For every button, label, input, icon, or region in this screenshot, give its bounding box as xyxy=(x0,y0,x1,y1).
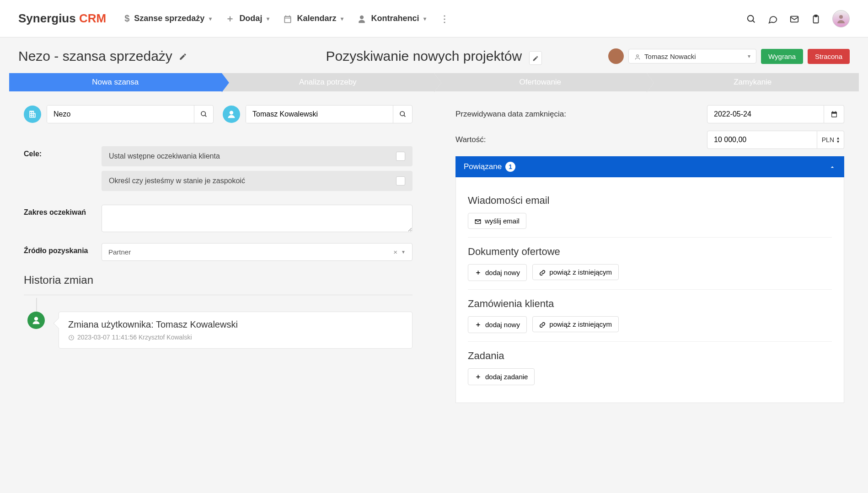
close-date-input-wrap xyxy=(707,105,844,123)
stage-analysis[interactable]: Analiza potrzeby xyxy=(222,73,434,91)
close-date-label: Przewidywana data zamknięcia: xyxy=(455,110,698,119)
owner-icon xyxy=(634,52,641,60)
plus-icon: ＋ xyxy=(475,372,482,381)
related-badge: 1 xyxy=(505,162,515,172)
svg-point-7 xyxy=(201,111,205,116)
process-title: Pozyskiwanie nowych projektów xyxy=(326,48,522,64)
owner-avatar xyxy=(608,48,624,64)
svg-point-12 xyxy=(34,317,38,321)
goal-text: Ustal wstępne oczekiwania klienta xyxy=(109,152,220,160)
offers-section-title: Dokumenty ofertowe xyxy=(468,246,832,258)
nav-more[interactable]: ⋮ xyxy=(440,12,449,25)
close-date-input[interactable] xyxy=(707,105,824,123)
page-header: Nezo - szansa sprzedaży Pozyskiwanie now… xyxy=(0,37,868,73)
lost-button[interactable]: Stracona xyxy=(808,49,850,64)
left-column: Cele: Ustal wstępne oczekiwania klienta … xyxy=(9,101,427,408)
scope-row: Zakres oczekiwań xyxy=(24,205,413,234)
nav-calendar[interactable]: Kalendarz ▾ xyxy=(283,12,343,25)
company-lookup xyxy=(24,105,214,123)
related-offers-section: Dokumenty ofertowe ＋ dodaj nowy powiąż z… xyxy=(468,238,832,290)
add-order-button[interactable]: ＋ dodaj nowy xyxy=(468,316,527,333)
history-card: Zmiana użytkownika: Tomasz Kowalewski 20… xyxy=(59,312,413,349)
scope-textarea[interactable] xyxy=(102,205,413,232)
won-button[interactable]: Wygrana xyxy=(761,49,803,64)
link-offer-label: powiąż z istniejącym xyxy=(549,268,612,276)
history-item: Zmiana użytkownika: Tomasz Kowalewski 20… xyxy=(24,312,413,349)
brand-name: Synergius xyxy=(18,11,76,25)
goal-checkbox[interactable] xyxy=(396,176,405,186)
add-task-button[interactable]: ＋ dodaj zadanie xyxy=(468,368,535,385)
chevron-down-icon: ▼ xyxy=(401,249,406,254)
stage-new[interactable]: Nowa szansa xyxy=(9,73,222,91)
svg-rect-4 xyxy=(814,15,817,17)
plus-icon: ＋ xyxy=(475,320,482,329)
add-offer-button[interactable]: ＋ dodaj nowy xyxy=(468,264,527,281)
nav-add-label: Dodaj xyxy=(239,14,262,23)
add-order-label: dodaj nowy xyxy=(485,321,520,329)
chat-icon[interactable] xyxy=(768,13,778,25)
svg-point-5 xyxy=(839,15,843,19)
tasks-section-title: Zadania xyxy=(468,350,832,362)
chevron-down-icon: ▾ xyxy=(423,16,426,22)
nav-add[interactable]: ＋ Dodaj ▾ xyxy=(225,12,269,25)
person-input[interactable] xyxy=(246,106,393,123)
link-order-button[interactable]: powiąż z istniejącym xyxy=(532,316,619,332)
edit-title-icon[interactable] xyxy=(179,52,187,61)
brand-suffix: CRM xyxy=(79,11,106,25)
logo: Synergius CRM xyxy=(18,11,106,26)
divider xyxy=(24,295,413,295)
related-orders-section: Zamówienia klienta ＋ dodaj nowy powiąż z… xyxy=(468,290,832,342)
history-meta: 2023-03-07 11:41:56 Krzysztof Kowalski xyxy=(68,334,403,341)
source-value: Partner xyxy=(108,248,131,256)
svg-line-1 xyxy=(753,20,755,22)
owner-select[interactable]: Tomasz Nowacki ▾ xyxy=(628,49,756,63)
goal-text: Określ czy jesteśmy w stanie je zaspokoi… xyxy=(109,177,245,185)
process-title-block: Pozyskiwanie nowych projektów xyxy=(299,48,570,64)
stage-bar: Nowa szansa Analiza potrzeby Ofertowanie… xyxy=(9,73,859,91)
currency-select[interactable]: PLN ▴▾ xyxy=(817,131,844,149)
nav-sales[interactable]: $ Szanse sprzedaży ▾ xyxy=(124,12,212,25)
person-icon xyxy=(223,106,240,123)
send-email-label: wyślij email xyxy=(485,217,520,225)
value-input[interactable] xyxy=(707,131,817,149)
chevron-up-icon[interactable] xyxy=(829,162,836,171)
currency-label: PLN xyxy=(822,136,834,143)
clear-icon[interactable]: × xyxy=(390,248,401,256)
opportunity-title-block: Nezo - szansa sprzedaży xyxy=(18,48,289,64)
link-offer-button[interactable]: powiąż z istniejącym xyxy=(532,264,619,280)
svg-line-8 xyxy=(205,115,206,117)
top-icons xyxy=(746,10,850,27)
send-email-button[interactable]: wyślij email xyxy=(468,213,526,229)
person-search-icon[interactable] xyxy=(393,106,412,123)
topbar: Synergius CRM $ Szanse sprzedaży ▾ ＋ Dod… xyxy=(0,0,868,37)
stage-offering[interactable]: Ofertowanie xyxy=(434,73,647,91)
plus-icon: ＋ xyxy=(225,12,235,25)
search-icon[interactable] xyxy=(746,13,756,25)
edit-process-icon[interactable] xyxy=(529,51,542,65)
person-icon xyxy=(357,13,366,24)
source-select[interactable]: Partner × ▼ xyxy=(102,243,413,261)
goal-item: Ustal wstępne oczekiwania klienta xyxy=(102,146,413,166)
calendar-icon[interactable] xyxy=(824,105,844,123)
company-search-icon[interactable] xyxy=(194,106,213,123)
add-offer-label: dodaj nowy xyxy=(485,269,520,276)
svg-point-0 xyxy=(748,15,754,21)
chevron-down-icon: ▾ xyxy=(341,16,343,22)
email-section-title: Wiadomości email xyxy=(468,195,832,207)
related-email-section: Wiadomości email wyślij email xyxy=(468,186,832,238)
nav-contractors[interactable]: Kontrahenci ▾ xyxy=(357,12,426,25)
nav-contractors-label: Kontrahenci xyxy=(371,14,419,23)
user-avatar[interactable] xyxy=(832,10,850,27)
stage-closing[interactable]: Zamykanie xyxy=(647,73,859,91)
source-row: Źródło pozyskania Partner × ▼ xyxy=(24,243,413,261)
orders-section-title: Zamówienia klienta xyxy=(468,298,832,310)
more-vertical-icon: ⋮ xyxy=(440,13,449,24)
clipboard-icon[interactable] xyxy=(811,13,821,25)
goal-checkbox[interactable] xyxy=(396,152,405,161)
nav-calendar-label: Kalendarz xyxy=(297,14,336,23)
company-input[interactable] xyxy=(47,106,194,123)
related-panel-header[interactable]: Powiązane 1 xyxy=(455,156,844,177)
svg-point-9 xyxy=(230,111,233,115)
opportunity-title: Nezo - szansa sprzedaży xyxy=(18,48,172,64)
mail-icon[interactable] xyxy=(789,13,799,25)
